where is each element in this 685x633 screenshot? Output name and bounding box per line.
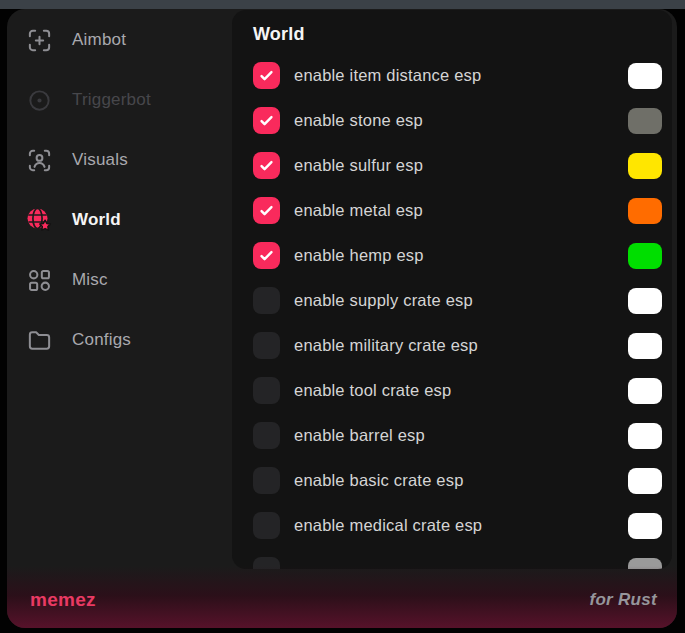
checkbox-sulfur[interactable] xyxy=(253,152,280,179)
sidebar-item-label: Visuals xyxy=(72,150,128,170)
checkmark-icon xyxy=(258,202,275,219)
checkbox-basic-crate[interactable] xyxy=(253,467,280,494)
sidebar-item-triggerbot[interactable]: Triggerbot xyxy=(7,70,232,130)
sidebar-item-label: Misc xyxy=(72,270,108,290)
crosshair-scan-icon xyxy=(25,26,53,54)
esp-option-label: enable supply crate esp xyxy=(294,291,628,310)
panel-title: World xyxy=(253,23,672,45)
esp-option-row-basic-crate: enable basic crate esp xyxy=(232,458,672,503)
esp-option-row-medical-crate: enable medical crate esp xyxy=(232,503,672,548)
checkbox-supply-crate[interactable] xyxy=(253,287,280,314)
color-swatch-stone[interactable] xyxy=(628,108,662,134)
color-swatch-sulfur[interactable] xyxy=(628,153,662,179)
sidebar-item-world[interactable]: World xyxy=(7,190,232,250)
color-swatch-tool-crate[interactable] xyxy=(628,378,662,404)
esp-option-label: enable military crate esp xyxy=(294,336,628,355)
esp-options-list[interactable]: enable item distance espenable stone esp… xyxy=(232,53,672,569)
sidebar-item-label: World xyxy=(72,210,121,230)
sidebar-item-label: Aimbot xyxy=(72,30,126,50)
esp-option-label: enable metal esp xyxy=(294,201,628,220)
esp-option-row-item-distance: enable item distance esp xyxy=(232,53,672,98)
esp-option-row-sulfur: enable sulfur esp xyxy=(232,143,672,188)
sidebar-item-label: Triggerbot xyxy=(72,90,151,110)
sidebar-item-visuals[interactable]: Visuals xyxy=(7,130,232,190)
esp-option-label: enable item distance esp xyxy=(294,66,628,85)
sidebar-item-aimbot[interactable]: Aimbot xyxy=(7,10,232,70)
esp-option-label: enable medical crate esp xyxy=(294,516,628,535)
person-scan-icon xyxy=(25,146,53,174)
checkbox-military-crate[interactable] xyxy=(253,332,280,359)
esp-option-row-barrel: enable barrel esp xyxy=(232,413,672,458)
checkmark-icon xyxy=(258,67,275,84)
checkbox-stone[interactable] xyxy=(253,107,280,134)
esp-option-label: enable tool crate esp xyxy=(294,381,628,400)
grid-shapes-icon xyxy=(25,266,53,294)
esp-option-row-metal: enable metal esp xyxy=(232,188,672,233)
checkmark-icon xyxy=(258,157,275,174)
esp-option-row-hemp: enable hemp esp xyxy=(232,233,672,278)
color-swatch-barrel[interactable] xyxy=(628,423,662,449)
checkbox-metal[interactable] xyxy=(253,197,280,224)
world-panel: World enable item distance espenable sto… xyxy=(232,10,672,569)
esp-option-row-supply-crate: enable supply crate esp xyxy=(232,278,672,323)
color-swatch-military-crate[interactable] xyxy=(628,333,662,359)
esp-option-label: enable basic crate esp xyxy=(294,471,628,490)
color-swatch-basic-crate[interactable] xyxy=(628,468,662,494)
esp-option-label: enable sulfur esp xyxy=(294,156,628,175)
esp-option-label: enable hemp esp xyxy=(294,246,628,265)
color-swatch-hemp[interactable] xyxy=(628,243,662,269)
esp-option-label: enable barrel esp xyxy=(294,426,628,445)
folder-icon xyxy=(25,326,53,354)
color-swatch-metal[interactable] xyxy=(628,198,662,224)
esp-option-label: enable stone esp xyxy=(294,111,628,130)
sidebar-item-label: Configs xyxy=(72,330,131,350)
color-swatch-medical-crate[interactable] xyxy=(628,513,662,539)
checkbox-item-distance[interactable] xyxy=(253,62,280,89)
checkbox-medical-crate[interactable] xyxy=(253,512,280,539)
esp-option-row-tool-crate: enable tool crate esp xyxy=(232,368,672,413)
color-swatch-supply-crate[interactable] xyxy=(628,288,662,314)
cheat-menu-window: AimbotTriggerbotVisualsWorldMiscConfigs … xyxy=(7,9,677,628)
sidebar-nav: AimbotTriggerbotVisualsWorldMiscConfigs xyxy=(7,9,232,628)
esp-option-row-stone: enable stone esp xyxy=(232,98,672,143)
checkbox-hemp[interactable] xyxy=(253,242,280,269)
color-swatch-item-distance[interactable] xyxy=(628,63,662,89)
desktop-top-strip xyxy=(0,0,685,9)
sidebar-item-misc[interactable]: Misc xyxy=(7,250,232,310)
globe-star-icon xyxy=(25,206,53,234)
circle-dot-icon xyxy=(25,86,53,114)
checkmark-icon xyxy=(258,247,275,264)
footer-bar: memez for Rust xyxy=(7,566,677,628)
checkbox-tool-crate[interactable] xyxy=(253,377,280,404)
brand-tagline: for Rust xyxy=(589,590,657,610)
checkmark-icon xyxy=(258,112,275,129)
brand-name: memez xyxy=(30,589,96,611)
sidebar-item-configs[interactable]: Configs xyxy=(7,310,232,370)
esp-option-row-military-crate: enable military crate esp xyxy=(232,323,672,368)
checkbox-barrel[interactable] xyxy=(253,422,280,449)
